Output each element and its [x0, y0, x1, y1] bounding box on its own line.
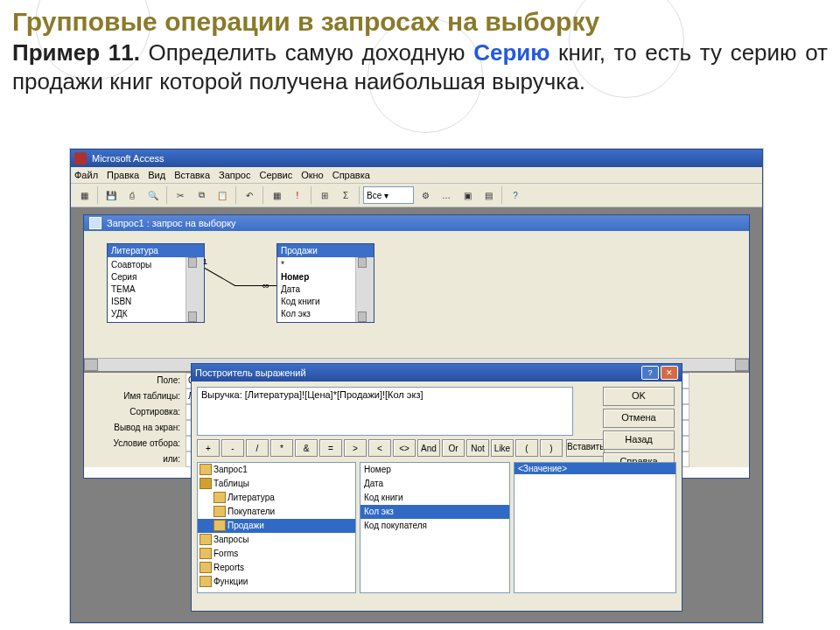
table-literatura-title: Литература — [108, 244, 204, 257]
tree-item-queries[interactable]: Запросы — [198, 533, 355, 547]
tree-item-literatura[interactable]: Литература — [198, 491, 355, 505]
new-object-icon[interactable]: ▤ — [479, 186, 498, 205]
toolbar-separator — [262, 186, 263, 204]
op-amp[interactable]: & — [295, 439, 318, 457]
copy-icon[interactable]: ⧉ — [192, 186, 211, 205]
operator-row: + - / * & = > < <> And Or Not Like ( ) В… — [197, 439, 573, 457]
tree-item-prodazhi[interactable]: Продажи — [198, 519, 355, 533]
op-eq[interactable]: = — [319, 439, 342, 457]
mid-item-selected[interactable]: Кол экз — [360, 505, 509, 519]
op-rparen[interactable]: ) — [540, 439, 563, 457]
paste-icon[interactable]: 📋 — [213, 186, 232, 205]
tree-item-forms[interactable]: Forms — [198, 547, 355, 561]
ok-button[interactable]: OK — [603, 387, 675, 406]
menu-window[interactable]: Окно — [301, 170, 324, 180]
relation-line[interactable] — [205, 268, 235, 286]
help-window-button[interactable]: ? — [641, 366, 659, 380]
op-lparen[interactable]: ( — [515, 439, 538, 457]
toolbar-separator — [501, 186, 502, 204]
relation-line[interactable] — [234, 285, 276, 286]
menu-file[interactable]: Файл — [74, 170, 98, 180]
op-or[interactable]: Or — [442, 439, 465, 457]
tree-item-pokupateli[interactable]: Покупатели — [198, 505, 355, 519]
menu-help[interactable]: Справка — [332, 170, 370, 180]
totals-icon[interactable]: Σ — [336, 186, 355, 205]
menu-view[interactable]: Вид — [148, 170, 165, 180]
field-list-scrollbar[interactable] — [355, 257, 374, 322]
mid-item[interactable]: Код книги — [360, 491, 509, 505]
tree-item-tables[interactable]: Таблицы — [198, 477, 355, 491]
close-window-button[interactable]: ✕ — [661, 366, 678, 380]
grid-label-field: Поле: — [84, 373, 186, 388]
query-titlebar: Запрос1 : запрос на выборку — [84, 215, 749, 231]
op-ne[interactable]: <> — [393, 439, 416, 457]
relation-cardinality-many: ∞ — [262, 280, 270, 290]
print-icon[interactable]: ⎙ — [122, 186, 142, 205]
menubar: Файл Правка Вид Вставка Запрос Сервис Ок… — [71, 167, 762, 184]
grid-label-table: Имя таблицы: — [84, 388, 186, 404]
expression-textarea[interactable]: Выручка: [Литература]![Цена]*[Продажи]![… — [197, 387, 573, 436]
preview-icon[interactable]: 🔍 — [144, 186, 163, 205]
table-prodazhi-fields[interactable]: * Номер Дата Код книги Кол экз — [277, 257, 374, 322]
op-and[interactable]: And — [417, 439, 440, 457]
table-literatura-fields[interactable]: Соавторы Серия ТЕМА ISBN УДК — [108, 257, 204, 322]
save-icon[interactable]: 💾 — [102, 186, 121, 205]
query-type-icon[interactable]: ▦ — [267, 186, 286, 205]
op-lt[interactable]: < — [368, 439, 391, 457]
run-icon[interactable]: ! — [288, 186, 307, 205]
mid-item[interactable]: Дата — [360, 477, 509, 491]
tree-item-query[interactable]: Запрос1 — [198, 463, 355, 477]
tree-item-functions[interactable]: Функции — [198, 575, 355, 589]
expression-builder-body: Выручка: [Литература]![Цена]*[Продажи]![… — [192, 382, 682, 616]
subtitle-highlight: Серию — [473, 39, 550, 66]
database-window-icon[interactable]: ▣ — [458, 186, 477, 205]
op-not[interactable]: Not — [466, 439, 489, 457]
field-list-pane[interactable]: Номер Дата Код книги Кол экз Код покупат… — [360, 462, 510, 593]
expression-builder-dialog: Построитель выражений ? ✕ Выручка: [Лите… — [191, 363, 682, 612]
help-icon[interactable]: ? — [506, 186, 525, 205]
back-button[interactable]: Назад — [603, 430, 675, 450]
op-div[interactable]: / — [246, 439, 269, 457]
op-plus[interactable]: + — [197, 439, 220, 457]
access-app-icon — [74, 152, 87, 164]
value-pane[interactable]: <Значение> — [514, 462, 676, 593]
category-tree-pane[interactable]: Запрос1 Таблицы Литература Покупатели Пр… — [197, 462, 356, 593]
query-diagram-area[interactable]: Литература Соавторы Серия ТЕМА ISBN УДК … — [84, 231, 749, 373]
cancel-button[interactable]: Отмена — [603, 409, 675, 428]
scroll-left-button[interactable] — [84, 359, 98, 371]
op-gt[interactable]: > — [344, 439, 367, 457]
tree-item-reports[interactable]: Reports — [198, 561, 355, 575]
menu-query[interactable]: Запрос — [219, 170, 250, 180]
show-table-icon[interactable]: ⊞ — [315, 186, 334, 205]
window-controls: ? ✕ — [641, 366, 678, 380]
build-icon[interactable]: … — [437, 186, 456, 205]
menu-insert[interactable]: Вставка — [174, 170, 210, 180]
paste-button[interactable]: Вставить — [566, 439, 605, 457]
op-mul[interactable]: * — [270, 439, 293, 457]
menu-tools[interactable]: Сервис — [259, 170, 292, 180]
field-list-scrollbar[interactable] — [186, 257, 204, 322]
mid-item[interactable]: Код покупателя — [360, 519, 509, 533]
op-like[interactable]: Like — [491, 439, 514, 457]
scroll-right-button[interactable] — [735, 359, 749, 371]
slide-title: Групповые операции в запросах на выборку — [0, 0, 840, 37]
top-values-combo[interactable]: Все ▾ — [363, 186, 414, 204]
undo-icon[interactable]: ↶ — [240, 186, 259, 205]
expression-text: Выручка: [Литература]![Цена]*[Продажи]![… — [201, 389, 424, 400]
grid-label-or: или: — [84, 452, 186, 467]
menu-edit[interactable]: Правка — [107, 170, 139, 180]
grid-label-criteria: Условие отбора: — [84, 436, 186, 452]
mid-item[interactable]: Номер — [360, 463, 509, 477]
toolbar-separator — [359, 186, 360, 204]
toolbar-separator — [166, 186, 167, 204]
toolbar-view-icon[interactable]: ▦ — [74, 186, 94, 205]
table-prodazhi[interactable]: Продажи * Номер Дата Код книги Кол экз — [276, 243, 374, 323]
toolbar-separator — [311, 186, 312, 204]
slide-subtitle: Пример 11. Определить самую доходную Сер… — [0, 37, 840, 101]
op-minus[interactable]: - — [221, 439, 244, 457]
dialog-button-column: OK Отмена Назад Справка — [603, 387, 675, 472]
table-literatura[interactable]: Литература Соавторы Серия ТЕМА ISBN УДК — [107, 243, 205, 323]
properties-icon[interactable]: ⚙ — [416, 186, 435, 205]
cut-icon[interactable]: ✂ — [171, 186, 190, 205]
value-pane-header[interactable]: <Значение> — [514, 463, 676, 474]
